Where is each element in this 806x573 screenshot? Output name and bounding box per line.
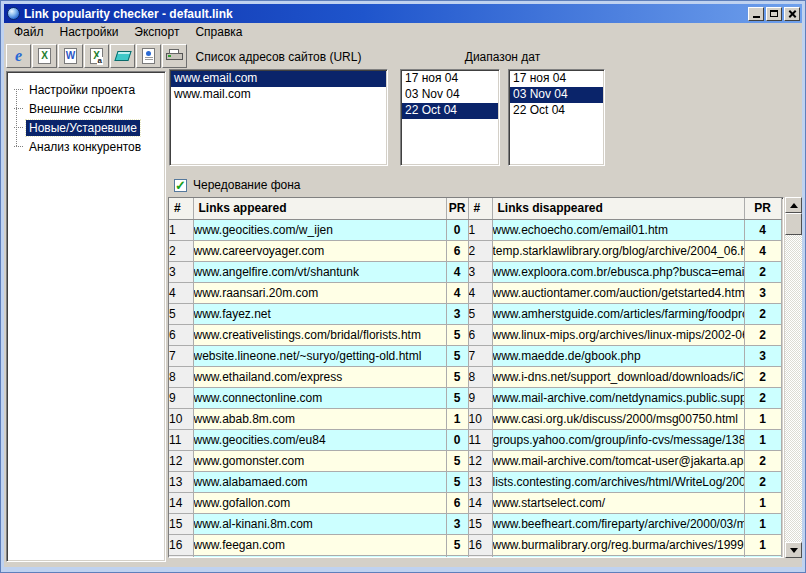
excel-export-button[interactable]: X <box>32 44 57 68</box>
url-listbox[interactable]: www.email.comwww.mail.com <box>169 69 388 166</box>
date-end-listbox[interactable]: 17 ноя 0403 Nov 0422 Oct 04 <box>508 69 605 166</box>
appeared-link-cell[interactable]: www.geocities.com/w_ijen <box>193 219 446 240</box>
appeared-link-cell[interactable]: www.al-kinani.8m.com <box>193 513 446 534</box>
header-links-appeared[interactable]: Links appeared <box>193 198 446 219</box>
table-row[interactable]: 11www.geocities.com/eu84011groups.yahoo.… <box>169 429 781 450</box>
table-row[interactable]: 5www.fayez.net35www.amherstguide.com/art… <box>169 303 781 324</box>
list-item[interactable]: 22 Oct 04 <box>510 103 603 119</box>
disappeared-link-cell[interactable]: www.auctiontamer.com/auction/getstarted4… <box>492 282 744 303</box>
table-row[interactable]: 14www.gofallon.com614www.startselect.com… <box>169 492 781 513</box>
sidebar-item[interactable]: Новые/Устаревшие <box>14 118 163 137</box>
table-row[interactable]: 9www.connectonline.com59www.mail-archive… <box>169 387 781 408</box>
appeared-link-cell[interactable]: website.lineone.net/~suryo/getting-old.h… <box>193 345 446 366</box>
table-row[interactable]: 16www.feegan.com516www.burmalibrary.org/… <box>169 534 781 555</box>
table-row[interactable]: 13www.alabamaed.com513lists.contesting.c… <box>169 471 781 492</box>
appeared-link-cell[interactable]: www.alabamaed.com <box>193 471 446 492</box>
disappeared-link-cell[interactable]: www.i-dns.net/support_download/downloads… <box>492 366 744 387</box>
disappeared-link-cell[interactable]: www.echoecho.com/email01.htm <box>492 219 744 240</box>
table-row[interactable]: 2www.careervoyager.com62temp.starklawlib… <box>169 240 781 261</box>
table-row[interactable]: 8www.ethailand.com/express58www.i-dns.ne… <box>169 366 781 387</box>
header-num-right[interactable]: # <box>468 198 492 219</box>
menu-item[interactable]: Файл <box>6 23 52 42</box>
sidebar-tree: Настройки проектаВнешние ссылкиНовые/Уст… <box>7 72 165 156</box>
appeared-link-cell[interactable]: www.gomonster.com <box>193 450 446 471</box>
table-scrollbar[interactable] <box>785 197 802 558</box>
excel-icon: X <box>38 48 51 64</box>
table-row[interactable]: 6www.creativelistings.com/bridal/florist… <box>169 324 781 345</box>
appeared-link-cell[interactable]: www.connectonline.com <box>193 387 446 408</box>
appeared-link-cell[interactable]: www.geocities.com/eu84 <box>193 429 446 450</box>
arrow-down-icon <box>790 548 798 553</box>
list-item[interactable]: www.email.com <box>171 71 386 87</box>
header-num-left[interactable]: # <box>169 198 193 219</box>
sidebar-item-label: Анализ конкурентов <box>26 139 144 155</box>
tree-guide <box>14 89 23 90</box>
minimize-button[interactable] <box>748 7 764 21</box>
list-item[interactable]: 22 Oct 04 <box>402 103 498 119</box>
disappeared-link-cell[interactable]: www.exploora.com.br/ebusca.php?busca=ema… <box>492 261 744 282</box>
book-button[interactable] <box>110 44 135 68</box>
disappeared-link-cell[interactable]: www.mail-archive.com/tomcat-user@jakarta… <box>492 450 744 471</box>
row-number-cell: 13 <box>468 471 492 492</box>
appeared-link-cell[interactable]: www.careervoyager.com <box>193 240 446 261</box>
appeared-pr-cell: 5 <box>446 324 468 345</box>
disappeared-link-cell[interactable]: lists.contesting.com/archives/html/Write… <box>492 471 744 492</box>
list-item[interactable]: 03 Nov 04 <box>510 87 603 103</box>
appeared-pr-cell: 6 <box>446 492 468 513</box>
sidebar-item[interactable]: Анализ конкурентов <box>14 137 163 156</box>
word-export-button[interactable]: W <box>58 44 83 68</box>
scrollbar-thumb[interactable] <box>785 213 802 235</box>
table-row[interactable]: 4www.raansari.20m.com44www.auctiontamer.… <box>169 282 781 303</box>
table-row[interactable]: 15www.al-kinani.8m.com315www.beefheart.c… <box>169 513 781 534</box>
list-item[interactable]: 17 ноя 04 <box>402 71 498 87</box>
report-button[interactable] <box>136 44 161 68</box>
list-item[interactable]: www.mail.com <box>171 87 386 103</box>
appeared-link-cell[interactable]: www.feegan.com <box>193 534 446 555</box>
table-row[interactable]: 10www.abab.8m.com110www.casi.org.uk/disc… <box>169 408 781 429</box>
disappeared-link-cell[interactable]: www.beefheart.com/fireparty/archive/2000… <box>492 513 744 534</box>
disappeared-link-cell[interactable]: www.mail-archive.com/netdynamics.public.… <box>492 387 744 408</box>
disappeared-link-cell[interactable]: www.amherstguide.com/articles/farming/fo… <box>492 303 744 324</box>
list-item[interactable]: 03 Nov 04 <box>402 87 498 103</box>
appeared-link-cell[interactable]: www.creativelistings.com/bridal/florists… <box>193 324 446 345</box>
disappeared-link-cell[interactable]: groups.yahoo.com/group/info-cvs/message/… <box>492 429 744 450</box>
sidebar-item[interactable]: Внешние ссылки <box>14 99 163 118</box>
menu-item[interactable]: Настройки <box>52 23 127 42</box>
appeared-link-cell[interactable]: www.abab.8m.com <box>193 408 446 429</box>
disappeared-link-cell[interactable]: www.maedde.de/gbook.php <box>492 345 744 366</box>
html-export-button[interactable]: e <box>6 44 31 68</box>
date-start-listbox[interactable]: 17 ноя 0403 Nov 0422 Oct 04 <box>400 69 500 166</box>
appeared-pr-cell: 1 <box>446 408 468 429</box>
scroll-up-button[interactable] <box>785 197 802 213</box>
disappeared-link-cell[interactable]: www.burmalibrary.org/reg.burma/archives/… <box>492 534 744 555</box>
table-row[interactable]: 3www.angelfire.com/vt/shantunk43www.expl… <box>169 261 781 282</box>
table-row[interactable]: 12www.gomonster.com512www.mail-archive.c… <box>169 450 781 471</box>
disappeared-link-cell[interactable]: www.startselect.com/ <box>492 492 744 513</box>
row-number-cell: 15 <box>169 513 193 534</box>
appeared-link-cell[interactable]: www.fayez.net <box>193 303 446 324</box>
appeared-pr-cell: 4 <box>446 282 468 303</box>
menu-item[interactable]: Справка <box>187 23 250 42</box>
scroll-down-button[interactable] <box>785 542 802 558</box>
appeared-link-cell[interactable]: www.ethailand.com/express <box>193 366 446 387</box>
close-button[interactable] <box>784 7 800 21</box>
appeared-link-cell[interactable]: www.angelfire.com/vt/shantunk <box>193 261 446 282</box>
appeared-link-cell[interactable]: www.raansari.20m.com <box>193 282 446 303</box>
header-pr-left[interactable]: PR <box>446 198 468 219</box>
disappeared-link-cell[interactable]: www.linux-mips.org/archives/linux-mips/2… <box>492 324 744 345</box>
appeared-link-cell[interactable]: www.gofallon.com <box>193 492 446 513</box>
table-row[interactable]: 1www.geocities.com/w_ijen01www.echoecho.… <box>169 219 781 240</box>
disappeared-link-cell[interactable]: temp.starklawlibrary.org/blog/archive/20… <box>492 240 744 261</box>
list-item[interactable]: 17 ноя 04 <box>510 71 603 87</box>
table-row[interactable]: 7website.lineone.net/~suryo/getting-old.… <box>169 345 781 366</box>
disappeared-link-cell[interactable]: www.casi.org.uk/discuss/2000/msg00750.ht… <box>492 408 744 429</box>
menu-item[interactable]: Экспорт <box>126 23 187 42</box>
header-links-disappeared[interactable]: Links disappeared <box>492 198 744 219</box>
header-pr-right[interactable]: PR <box>744 198 781 219</box>
disappeared-pr-cell: 4 <box>744 240 781 261</box>
sidebar-item[interactable]: Настройки проекта <box>14 80 163 99</box>
csv-export-button[interactable]: Xa <box>84 44 109 68</box>
appeared-pr-cell: 5 <box>446 387 468 408</box>
maximize-button[interactable] <box>766 7 782 21</box>
alternate-bg-checkbox[interactable]: ✓ <box>174 179 187 192</box>
